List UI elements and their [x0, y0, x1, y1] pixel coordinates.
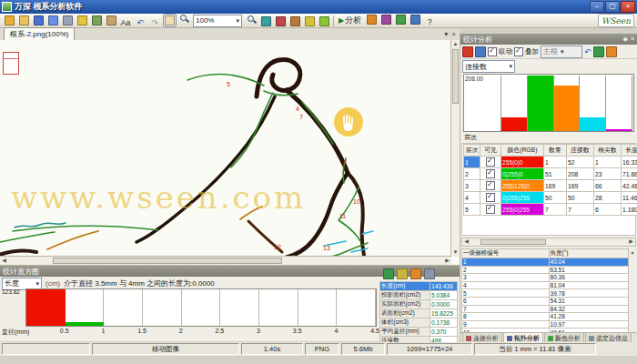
help-icon[interactable]: ?: [423, 15, 437, 29]
print-icon[interactable]: [61, 14, 75, 27]
linkage-checkbox[interactable]: [488, 47, 497, 56]
paste-icon[interactable]: [105, 14, 118, 27]
angle-table-row[interactable]: 380.36: [462, 274, 631, 282]
main-root-right-branch: [348, 173, 364, 256]
image-canvas[interactable]: www.wseen.com 547810111213 ▲ ▼ ◀ ▶: [0, 40, 460, 265]
level-table-header: 数量: [544, 145, 567, 157]
folder-add-icon[interactable]: [17, 14, 31, 27]
root-type-combo[interactable]: 主根: [541, 46, 582, 58]
root-number-label: 7: [299, 114, 303, 120]
visible-cell: [480, 180, 501, 192]
level-table-header: 可见: [480, 145, 501, 157]
panel-hscroll-thumb[interactable]: [480, 239, 546, 245]
pan-tool-icon[interactable]: [163, 14, 177, 27]
summary-label: 投影面积(cm2): [380, 291, 430, 300]
scroll-right-icon[interactable]: ▶: [627, 238, 635, 246]
panel-close-icon[interactable]: ×: [631, 35, 634, 43]
canvas-horizontal-scrollbar[interactable]: ◀ ▶: [0, 256, 451, 265]
zoom-in-icon[interactable]: [245, 13, 258, 26]
chart-icon[interactable]: [365, 13, 379, 26]
export-icon[interactable]: [90, 14, 104, 27]
save-icon[interactable]: [32, 14, 46, 27]
angle-cell: 7: [462, 305, 550, 313]
pin-icon[interactable]: ◈: [623, 35, 628, 43]
visible-checkbox[interactable]: [486, 157, 495, 167]
undo-icon[interactable]: ↶: [584, 47, 592, 56]
level-table-row[interactable]: 20|255|0512082371.8669: [464, 168, 637, 180]
navigator-rect[interactable]: [3, 52, 19, 75]
save-data-icon[interactable]: [397, 268, 408, 279]
batch-icon[interactable]: [379, 13, 393, 26]
conn-cell: 52: [567, 157, 594, 168]
zoom-level-combo[interactable]: 100%: [193, 15, 242, 27]
angle-table-row[interactable]: 841.28: [462, 313, 631, 321]
stats-toolbar: 联动 叠加 主根 ↶: [460, 45, 637, 59]
close-button[interactable]: ×: [621, 1, 635, 13]
scroll-right-icon[interactable]: ▶: [443, 257, 451, 265]
visible-checkbox[interactable]: [486, 205, 495, 214]
angle-table-row[interactable]: 140.04: [462, 258, 631, 267]
angle-table-row[interactable]: 539.78: [462, 289, 631, 298]
report-icon[interactable]: [462, 46, 473, 57]
hscroll-thumb[interactable]: [53, 258, 282, 264]
overlay-checkbox[interactable]: [514, 47, 523, 56]
angle-table-row[interactable]: 784.32: [462, 305, 631, 313]
maximize-button[interactable]: ▢: [605, 1, 620, 13]
summary-row[interactable]: 长度(cm)143.436: [380, 282, 458, 291]
topology-icon[interactable]: [475, 46, 486, 57]
scroll-left-icon[interactable]: ◀: [462, 238, 470, 246]
summary-row[interactable]: 投影面积(cm2)5.0384: [380, 291, 458, 300]
save-all-icon[interactable]: [46, 14, 60, 27]
tab-menu-icon[interactable]: ▾: [444, 30, 448, 38]
scroll-left-icon[interactable]: ◀: [0, 257, 8, 265]
summary-row[interactable]: 体积(cm3)0.1738: [380, 318, 458, 328]
conn-cell: 208: [567, 168, 594, 180]
angle-table-row[interactable]: 481.04: [462, 281, 631, 289]
marker-icon[interactable]: [303, 15, 317, 28]
status-bar: 移动图像1.40sPNG5.6Mb1099×1775×24当前 1 mm = 1…: [0, 342, 637, 356]
scroll-down-icon[interactable]: ▼: [451, 248, 460, 257]
panel-horizontal-scrollbar[interactable]: ◀ ▶: [461, 238, 636, 247]
shape-icon[interactable]: [318, 15, 331, 28]
angle-table-row[interactable]: 263.51: [462, 266, 631, 274]
stats-analysis-panel: 统计分析 ◈ × 联动 叠加 主根 ↶ 连接数 208.00 层次: [460, 34, 637, 344]
scroll-up-icon[interactable]: ▴: [629, 248, 636, 255]
summary-row[interactable]: 实际面积(cm2)0.0000: [380, 300, 458, 309]
angle-table-row[interactable]: 654.31: [462, 297, 631, 305]
analyze-button[interactable]: ▶ 分析: [336, 14, 364, 27]
image-document-tab[interactable]: 根系-2.png(100%): [4, 27, 75, 40]
summary-row[interactable]: 表面积(cm2)15.8225: [380, 309, 458, 318]
visible-checkbox[interactable]: [486, 181, 495, 190]
minimize-button[interactable]: –: [590, 1, 604, 13]
scroll-up-icon[interactable]: ▲: [451, 40, 460, 48]
length-cell: 16.3388: [622, 157, 637, 168]
vscroll-thumb[interactable]: [452, 49, 459, 104]
metric-combo[interactable]: 连接数: [462, 60, 515, 73]
watermark-text: www.wseen.com: [11, 179, 306, 216]
chart-icon[interactable]: [410, 268, 421, 279]
tree-icon[interactable]: [394, 13, 408, 26]
visible-checkbox[interactable]: [486, 169, 495, 178]
open-icon[interactable]: [3, 14, 16, 27]
grid-icon[interactable]: [409, 13, 422, 26]
canvas-vertical-scrollbar[interactable]: ▲ ▼: [450, 40, 460, 257]
ruler-icon[interactable]: [288, 15, 302, 28]
zoom-tool-icon[interactable]: [177, 12, 191, 25]
orange-root: [47, 231, 98, 249]
level-table-row[interactable]: 3255|128|01691696642.4885: [464, 180, 637, 192]
angle-table-row[interactable]: 910.97: [462, 320, 631, 329]
excel-export-icon[interactable]: [383, 268, 394, 279]
level-table-row[interactable]: 5255|0|2557761.1805: [464, 204, 637, 216]
settings-gear-icon[interactable]: [424, 268, 435, 279]
tab-close-icon[interactable]: ×: [451, 30, 456, 38]
excel-export-icon[interactable]: [593, 46, 604, 57]
level-table-row[interactable]: 40|255|25550502811.4615: [464, 192, 637, 204]
measure-icon[interactable]: [274, 15, 288, 28]
visible-checkbox[interactable]: [486, 193, 495, 202]
edit-pen-icon[interactable]: [76, 14, 89, 27]
eyedropper-icon[interactable]: [259, 15, 273, 28]
chart-export-icon[interactable]: [606, 46, 617, 57]
main-toolbar: Aa↶↷ 100% ▶ 分析 ? WSeen: [0, 14, 637, 28]
level-table-row[interactable]: 1255|0|0152116.3388: [464, 157, 637, 168]
summary-row[interactable]: 平均直径(mm)0.370: [380, 328, 458, 337]
